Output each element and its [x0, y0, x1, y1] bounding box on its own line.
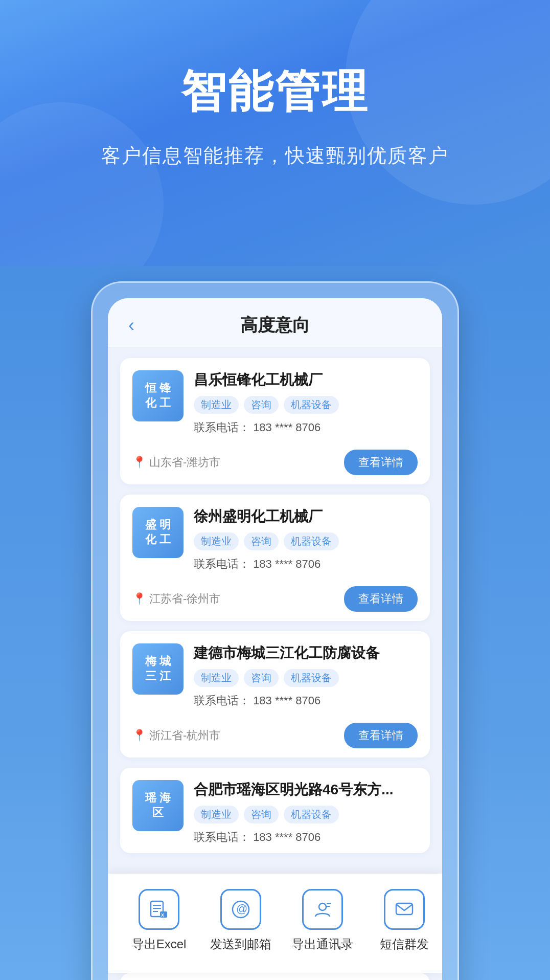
- phone-inner: ‹ 高度意向 恒 锋化 工 昌乐恒锋化工机械厂 制造业: [108, 298, 442, 980]
- location-2: 📍 江苏省-徐州市: [132, 591, 220, 607]
- tag-manufacturing-2: 制造业: [194, 532, 239, 550]
- detail-button-1[interactable]: 查看详情: [344, 450, 418, 475]
- avatar-text-4: 瑶 海区: [145, 791, 171, 820]
- card-info-3: 建德市梅城三江化工防腐设备 制造业 咨询 机器设备 联系电话： 183 ****…: [194, 643, 418, 708]
- back-button[interactable]: ‹: [128, 315, 134, 336]
- hero-subtitle: 客户信息智能推荐，快速甄别优质客户: [31, 143, 519, 169]
- card-footer-2: 📍 江苏省-徐州市 查看详情: [120, 580, 430, 621]
- partial-card-section: 姚 沟镇 制造业 咨询 机器设备: [108, 973, 442, 980]
- detail-button-2[interactable]: 查看详情: [344, 586, 418, 612]
- tag-manufacturing-3: 制造业: [194, 669, 239, 687]
- company-name-2: 徐州盛明化工机械厂: [194, 507, 418, 526]
- phone-number-3: 联系电话： 183 **** 8706: [194, 693, 418, 708]
- tag-manufacturing-4: 制造业: [194, 806, 239, 823]
- avatar-text-3: 梅 城三 江: [145, 654, 171, 683]
- tag-consult-3: 咨询: [244, 669, 279, 687]
- tag-equipment-2: 机器设备: [284, 532, 339, 550]
- hero-section: 智能管理 客户信息智能推荐，快速甄别优质客户: [0, 0, 550, 266]
- phone-number-2: 联系电话： 183 **** 8706: [194, 556, 418, 572]
- avatar-text-1: 恒 锋化 工: [145, 381, 171, 410]
- location-icon-1: 📍: [132, 456, 146, 469]
- company-name-4: 合肥市瑶海区明光路46号东方...: [194, 780, 418, 799]
- tag-equipment-4: 机器设备: [284, 806, 339, 823]
- avatar-4: 瑶 海区: [132, 780, 184, 831]
- location-icon-3: 📍: [132, 729, 146, 742]
- sms-broadcast-item[interactable]: 短信群发: [363, 889, 442, 952]
- avatar-text-2: 盛 明化 工: [145, 518, 171, 547]
- tags-3: 制造业 咨询 机器设备: [194, 669, 418, 687]
- card-info-4: 合肥市瑶海区明光路46号东方... 制造业 咨询 机器设备 联系电话： 183 …: [194, 780, 418, 845]
- contacts-label: 导出通讯录: [292, 936, 353, 952]
- location-3: 📍 浙江省-杭州市: [132, 728, 220, 743]
- location-icon-2: 📍: [132, 592, 146, 606]
- detail-button-3[interactable]: 查看详情: [344, 723, 418, 748]
- tag-equipment-3: 机器设备: [284, 669, 339, 687]
- tag-consult-2: 咨询: [244, 532, 279, 550]
- company-name-1: 昌乐恒锋化工机械厂: [194, 370, 418, 390]
- contacts-icon: [302, 889, 343, 930]
- phone-number-4: 联系电话： 183 **** 8706: [194, 830, 418, 845]
- card-info-2: 徐州盛明化工机械厂 制造业 咨询 机器设备 联系电话： 183 **** 870…: [194, 507, 418, 572]
- customer-card-4: 瑶 海区 合肥市瑶海区明光路46号东方... 制造业 咨询 机器设备 联系电话：: [120, 768, 430, 853]
- phone-header: ‹ 高度意向: [108, 298, 442, 348]
- card-info-1: 昌乐恒锋化工机械厂 制造业 咨询 机器设备 联系电话： 183 **** 870…: [194, 370, 418, 435]
- hero-title: 智能管理: [31, 61, 519, 122]
- phone-mockup: ‹ 高度意向 恒 锋化 工 昌乐恒锋化工机械厂 制造业: [91, 281, 459, 980]
- export-contacts-item[interactable]: 导出通讯录: [282, 889, 363, 952]
- customer-card-3: 梅 城三 江 建德市梅城三江化工防腐设备 制造业 咨询 机器设备 联系电话：: [120, 631, 430, 758]
- phone-number-1: 联系电话： 183 **** 8706: [194, 420, 418, 435]
- email-label: 发送到邮箱: [210, 936, 271, 952]
- customer-card-1: 恒 锋化 工 昌乐恒锋化工机械厂 制造业 咨询 机器设备 联系电话：: [120, 358, 430, 484]
- phone-header-title: 高度意向: [128, 314, 422, 337]
- customer-card-partial: 姚 沟镇 制造业 咨询 机器设备: [120, 973, 430, 980]
- avatar-2: 盛 明化 工: [132, 507, 184, 558]
- svg-rect-11: [396, 903, 413, 915]
- card-footer-3: 📍 浙江省-杭州市 查看详情: [120, 717, 430, 758]
- export-excel-item[interactable]: X 导出Excel: [118, 889, 200, 952]
- svg-text:X: X: [161, 912, 164, 918]
- customer-card-2: 盛 明化 工 徐州盛明化工机械厂 制造业 咨询 机器设备 联系电话：: [120, 495, 430, 621]
- sms-icon: [384, 889, 425, 930]
- company-name-3: 建德市梅城三江化工防腐设备: [194, 643, 418, 663]
- cards-container: 恒 锋化 工 昌乐恒锋化工机械厂 制造业 咨询 机器设备 联系电话：: [108, 348, 442, 874]
- svg-point-8: [319, 903, 326, 910]
- phone-section: ‹ 高度意向 恒 锋化 工 昌乐恒锋化工机械厂 制造业: [0, 266, 550, 980]
- sms-label: 短信群发: [380, 936, 429, 952]
- email-icon: @: [220, 889, 261, 930]
- tag-manufacturing-1: 制造业: [194, 396, 239, 414]
- svg-text:@: @: [236, 902, 247, 915]
- bottom-action-bar: X 导出Excel @ 发送到邮箱: [108, 874, 442, 973]
- location-1: 📍 山东省-潍坊市: [132, 455, 220, 470]
- tag-equipment-1: 机器设备: [284, 396, 339, 414]
- tags-4: 制造业 咨询 机器设备: [194, 806, 418, 823]
- avatar-1: 恒 锋化 工: [132, 370, 184, 421]
- card-footer-1: 📍 山东省-潍坊市 查看详情: [120, 443, 430, 484]
- tag-consult-1: 咨询: [244, 396, 279, 414]
- tags-2: 制造业 咨询 机器设备: [194, 532, 418, 550]
- tag-consult-4: 咨询: [244, 806, 279, 823]
- avatar-3: 梅 城三 江: [132, 643, 184, 695]
- send-email-item[interactable]: @ 发送到邮箱: [200, 889, 282, 952]
- excel-icon: X: [139, 889, 179, 930]
- excel-label: 导出Excel: [132, 936, 187, 952]
- tags-1: 制造业 咨询 机器设备: [194, 396, 418, 414]
